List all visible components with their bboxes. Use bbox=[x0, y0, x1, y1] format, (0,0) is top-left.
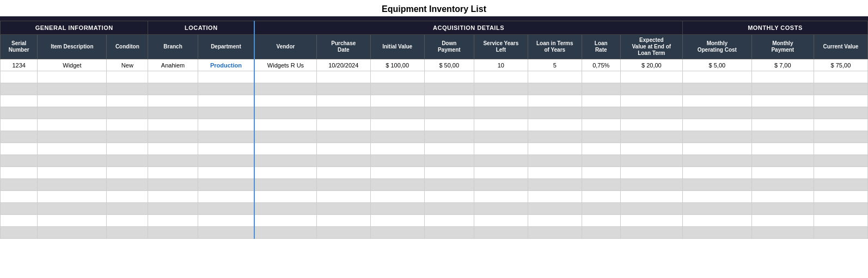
table-row bbox=[1, 119, 868, 131]
cell-monthly-payment: $ 7,00 bbox=[751, 59, 814, 71]
cell-down-payment: $ 50,00 bbox=[424, 59, 474, 71]
col-monthly-operating: MonthlyOperating Cost bbox=[682, 35, 751, 59]
cell-expected-value: $ 20,00 bbox=[620, 59, 682, 71]
col-loan-rate: LoanRate bbox=[582, 35, 620, 59]
cell-serial: 1234 bbox=[1, 59, 38, 71]
cell-branch: Anahiem bbox=[148, 59, 198, 71]
table-row bbox=[1, 107, 868, 119]
column-header-row: SerialNumber Item Description Conditon B… bbox=[1, 35, 868, 59]
table-row bbox=[1, 167, 868, 179]
section-header-row: GENERAL INFORMATION LOCATION ACQUISITION… bbox=[1, 21, 868, 35]
cell-loan-terms: 5 bbox=[528, 59, 582, 71]
section-monthly: MONTHLY COSTS bbox=[682, 21, 867, 35]
table-row bbox=[1, 191, 868, 203]
cell-initial-value: $ 100,00 bbox=[370, 59, 424, 71]
table-row bbox=[1, 215, 868, 227]
col-description: Item Description bbox=[38, 35, 107, 59]
table-row bbox=[1, 227, 868, 239]
col-monthly-payment: MonthlyPayment bbox=[751, 35, 814, 59]
top-bar bbox=[0, 16, 868, 21]
cell-department: Production bbox=[198, 59, 254, 71]
table-row bbox=[1, 83, 868, 95]
col-loan-terms: Loan in Termsof Years bbox=[528, 35, 582, 59]
table-row bbox=[1, 71, 868, 83]
col-expected-value: ExpectedValue at End ofLoan Term bbox=[620, 35, 682, 59]
table-row bbox=[1, 131, 868, 143]
col-service-years: Service YearsLeft bbox=[474, 35, 528, 59]
col-vendor: Vendor bbox=[254, 35, 316, 59]
cell-purchase-date: 10/20/2024 bbox=[316, 59, 370, 71]
cell-description: Widget bbox=[38, 59, 107, 71]
col-current-value: Current Value bbox=[814, 35, 867, 59]
table-row bbox=[1, 95, 868, 107]
equipment-table: GENERAL INFORMATION LOCATION ACQUISITION… bbox=[0, 21, 868, 239]
cell-condition: New bbox=[107, 59, 148, 71]
table-wrapper: GENERAL INFORMATION LOCATION ACQUISITION… bbox=[0, 21, 868, 239]
table-row bbox=[1, 203, 868, 215]
cell-vendor: Widgets R Us bbox=[254, 59, 316, 71]
col-purchase-date: PurchaseDate bbox=[316, 35, 370, 59]
col-department: Department bbox=[198, 35, 254, 59]
col-down-payment: DownPayment bbox=[424, 35, 474, 59]
col-initial-value: Initial Value bbox=[370, 35, 424, 59]
page-title: Equipment Inventory List bbox=[0, 0, 868, 16]
cell-monthly-operating: $ 5,00 bbox=[682, 59, 751, 71]
col-condition: Conditon bbox=[107, 35, 148, 59]
section-location: LOCATION bbox=[148, 21, 254, 35]
table-row bbox=[1, 179, 868, 191]
col-branch: Branch bbox=[148, 35, 198, 59]
cell-loan-rate: 0,75% bbox=[582, 59, 620, 71]
section-acquisition: ACQUISITION DETAILS bbox=[254, 21, 682, 35]
cell-service-years: 10 bbox=[474, 59, 528, 71]
table-row bbox=[1, 143, 868, 155]
table-row bbox=[1, 155, 868, 167]
cell-current-value: $ 75,00 bbox=[814, 59, 867, 71]
table-row: 1234 Widget New Anahiem Production Widge… bbox=[1, 59, 868, 71]
section-general: GENERAL INFORMATION bbox=[1, 21, 148, 35]
col-serial: SerialNumber bbox=[1, 35, 38, 59]
